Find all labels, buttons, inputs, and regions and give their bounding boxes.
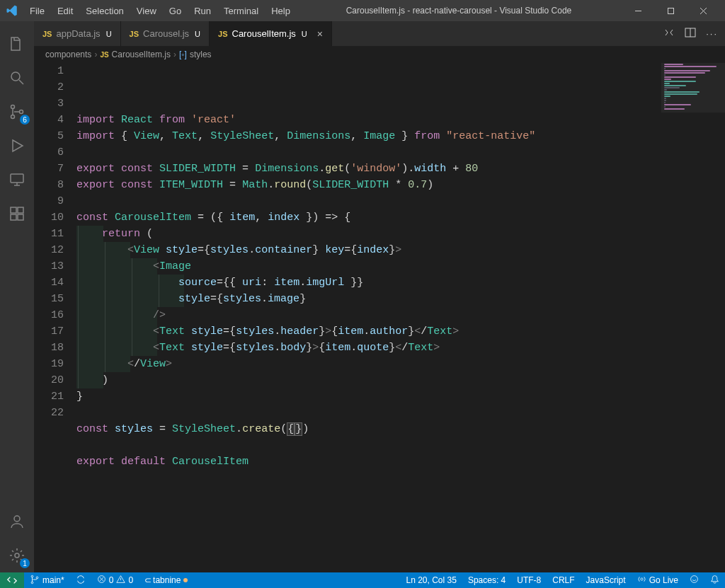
menu-edit[interactable]: Edit bbox=[52, 3, 79, 19]
activity-bar: 6 1 bbox=[0, 21, 34, 572]
status-ln-col[interactable]: Ln 20, Col 35 bbox=[401, 572, 462, 588]
code-line[interactable]: return ( bbox=[76, 226, 725, 242]
breadcrumb-folder[interactable]: components bbox=[45, 50, 91, 59]
extensions-icon[interactable] bbox=[0, 197, 34, 231]
status-encoding[interactable]: UTF-8 bbox=[511, 572, 547, 588]
javascript-icon: JS bbox=[100, 51, 108, 59]
accounts-icon[interactable] bbox=[0, 505, 34, 538]
editor-area: JS appData.js U JS Carousel.js U JS Caro… bbox=[34, 21, 725, 572]
code-line[interactable]: <Image bbox=[76, 258, 725, 275]
status-notifications[interactable] bbox=[704, 572, 725, 588]
remote-indicator[interactable] bbox=[0, 572, 24, 588]
code-editor[interactable]: 12345678910111213141516171819202122 impo… bbox=[34, 63, 725, 572]
svg-point-18 bbox=[691, 576, 698, 583]
compare-changes-icon[interactable] bbox=[663, 27, 675, 40]
close-icon[interactable]: × bbox=[312, 28, 323, 40]
code-line[interactable]: <Text style={styles.header}>{item.author… bbox=[76, 323, 725, 340]
code-line[interactable]: export const ITEM_WIDTH = Math.round(SLI… bbox=[76, 177, 725, 193]
symbol-variable-icon: [◦] bbox=[179, 50, 187, 59]
status-branch-label: main* bbox=[42, 575, 64, 585]
menu-run[interactable]: Run bbox=[188, 3, 217, 19]
split-editor-icon[interactable] bbox=[685, 27, 696, 40]
menu-help[interactable]: Help bbox=[266, 3, 296, 19]
code-line[interactable]: export const SLIDER_WIDTH = Dimensions.g… bbox=[76, 161, 725, 177]
window-close-button[interactable] bbox=[687, 0, 719, 21]
code-line[interactable]: source={{ uri: item.imgUrl }} bbox=[76, 275, 725, 291]
javascript-icon: JS bbox=[218, 30, 227, 38]
code-line[interactable]: import React from 'react' bbox=[76, 112, 725, 128]
more-actions-icon[interactable]: ··· bbox=[706, 28, 718, 39]
svg-rect-8 bbox=[11, 214, 16, 220]
code-line[interactable]: export default CarouselItem bbox=[76, 454, 725, 470]
tab-carouselitem[interactable]: JS CarouselItem.js U × bbox=[210, 21, 332, 46]
svg-point-13 bbox=[31, 575, 33, 577]
svg-point-4 bbox=[20, 110, 23, 114]
code-line[interactable] bbox=[76, 144, 725, 161]
code-line[interactable] bbox=[76, 405, 725, 421]
status-errors-count: 0 bbox=[109, 575, 114, 585]
explorer-icon[interactable] bbox=[0, 27, 34, 61]
settings-badge: 1 bbox=[20, 558, 30, 568]
code-line[interactable]: <View style={styles.container} key={inde… bbox=[76, 242, 725, 258]
menu-selection[interactable]: Selection bbox=[80, 3, 129, 19]
tab-label: appData.js bbox=[56, 28, 100, 39]
tab-appdata[interactable]: JS appData.js U bbox=[34, 21, 121, 46]
status-problems[interactable]: 0 0 bbox=[91, 572, 139, 588]
code-line[interactable]: } bbox=[76, 388, 725, 405]
search-icon[interactable] bbox=[0, 61, 34, 95]
code-line[interactable]: const CarouselItem = ({ item, index }) =… bbox=[76, 209, 725, 226]
error-icon bbox=[97, 575, 106, 586]
status-feedback[interactable] bbox=[684, 572, 704, 588]
tab-actions: ··· bbox=[656, 21, 725, 46]
status-language[interactable]: JavaScript bbox=[581, 572, 632, 588]
status-sync[interactable] bbox=[70, 572, 91, 588]
code-line[interactable]: ) bbox=[76, 372, 725, 388]
status-golive[interactable]: Go Live bbox=[632, 572, 684, 588]
settings-gear-icon[interactable]: 1 bbox=[0, 538, 34, 572]
minimap[interactable] bbox=[661, 63, 725, 572]
svg-point-14 bbox=[31, 582, 33, 584]
svg-point-11 bbox=[15, 553, 19, 558]
svg-rect-7 bbox=[18, 207, 23, 213]
tab-carousel[interactable]: JS Carousel.js U bbox=[121, 21, 210, 46]
run-debug-icon[interactable] bbox=[0, 129, 34, 163]
status-branch[interactable]: main* bbox=[24, 572, 70, 588]
vscode-logo-icon bbox=[6, 4, 18, 17]
breadcrumb[interactable]: components › JS CarouselItem.js › [◦] st… bbox=[34, 46, 725, 63]
menu-bar: File Edit Selection View Go Run Terminal… bbox=[24, 3, 296, 19]
code-line[interactable] bbox=[76, 437, 725, 454]
menu-go[interactable]: Go bbox=[164, 3, 187, 19]
chevron-right-icon: › bbox=[94, 50, 97, 59]
menu-view[interactable]: View bbox=[131, 3, 162, 19]
status-warnings-count: 0 bbox=[128, 575, 133, 585]
code-line[interactable]: const styles = StyleSheet.create({}) bbox=[76, 421, 725, 437]
code-line[interactable]: /> bbox=[76, 307, 725, 323]
window-minimize-button[interactable] bbox=[622, 0, 654, 21]
menu-terminal[interactable]: Terminal bbox=[218, 3, 264, 19]
warning-icon bbox=[116, 575, 125, 586]
source-control-icon[interactable]: 6 bbox=[0, 95, 34, 129]
window-maximize-button[interactable] bbox=[654, 0, 687, 21]
status-spaces[interactable]: Spaces: 4 bbox=[462, 572, 511, 588]
breadcrumb-symbol[interactable]: styles bbox=[190, 50, 212, 59]
minimap-viewport[interactable] bbox=[661, 63, 725, 113]
remote-explorer-icon[interactable] bbox=[0, 163, 34, 197]
tab-label: Carousel.js bbox=[143, 28, 189, 39]
feedback-icon bbox=[690, 575, 699, 586]
svg-point-2 bbox=[11, 105, 15, 109]
status-eol[interactable]: CRLF bbox=[547, 572, 580, 588]
code-line[interactable]: style={styles.image} bbox=[76, 291, 725, 307]
status-tabnine[interactable]: ⊂tabnine bbox=[139, 572, 193, 588]
svg-point-3 bbox=[11, 115, 15, 119]
code-line[interactable]: <Text style={styles.body}>{item.quote}</… bbox=[76, 340, 725, 356]
code-content[interactable]: import React from 'react'import { View, … bbox=[76, 63, 725, 470]
status-golive-label: Go Live bbox=[649, 575, 678, 585]
breadcrumb-file[interactable]: CarouselItem.js bbox=[112, 50, 171, 59]
code-line[interactable]: import { View, Text, StyleSheet, Dimensi… bbox=[76, 128, 725, 144]
code-line[interactable]: </View> bbox=[76, 356, 725, 372]
svg-rect-6 bbox=[11, 207, 16, 213]
javascript-icon: JS bbox=[42, 30, 52, 38]
code-line[interactable] bbox=[76, 193, 725, 209]
menu-file[interactable]: File bbox=[24, 3, 50, 19]
status-tabnine-label: tabnine bbox=[153, 575, 181, 585]
